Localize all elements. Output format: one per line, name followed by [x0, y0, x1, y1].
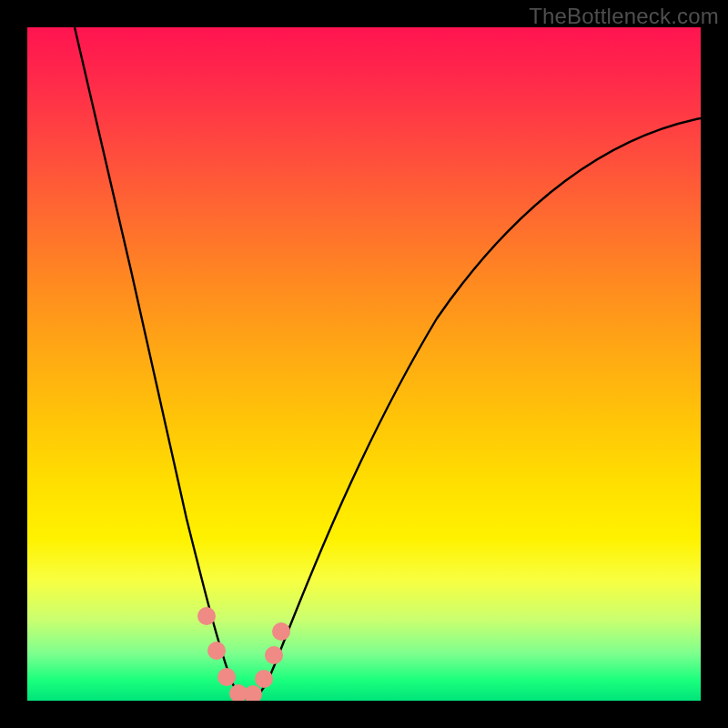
curve-layer — [27, 27, 701, 701]
marker-dot — [244, 685, 262, 701]
plot-area — [27, 27, 701, 701]
marker-dot — [272, 622, 290, 641]
chart-frame: TheBottleneck.com — [0, 0, 728, 728]
marker-dot — [265, 646, 283, 664]
marker-dot — [255, 670, 273, 688]
watermark-text: TheBottleneck.com — [529, 4, 719, 29]
curve-left-branch — [75, 27, 249, 699]
marker-group — [197, 607, 290, 701]
marker-dot — [217, 668, 236, 686]
curve-right-branch — [249, 118, 701, 699]
marker-dot — [197, 607, 216, 625]
marker-dot — [207, 642, 226, 660]
